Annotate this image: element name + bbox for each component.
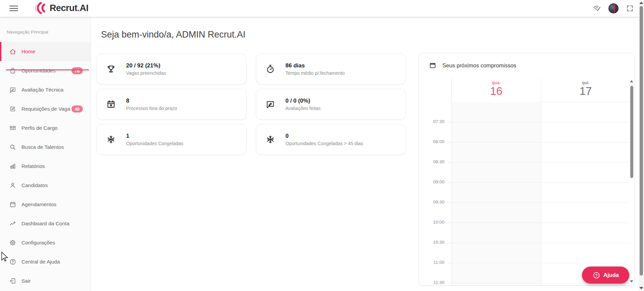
time-label: 10:30 (419, 240, 444, 245)
sidebar-item-candidatos[interactable]: Candidatos (0, 176, 91, 195)
page-scrollbar-thumb[interactable] (640, 6, 643, 276)
stat-card: 1Oportunidades Congeladas (97, 124, 247, 155)
time-label: 11:00 (419, 260, 444, 265)
grid-tick (448, 122, 451, 122)
scroll-up-icon[interactable] (639, 2, 643, 4)
top-bar: Recrut.AI (0, 0, 644, 17)
network-status-icon[interactable] (593, 4, 601, 12)
rate-review-icon (9, 86, 16, 94)
calendar-column-qua-16[interactable] (452, 102, 541, 285)
search-icon (9, 143, 16, 151)
trending-icon (9, 220, 16, 227)
timer-icon (265, 64, 275, 74)
sidebar-item-oportunidades[interactable]: Oportunidades76 (0, 61, 91, 80)
stat-card: 20 / 92 (21%)Vagas preenchidas (97, 54, 247, 84)
stat-card-label: Vagas preenchidas (126, 70, 166, 76)
sidebar-item-label: Sair (21, 278, 31, 284)
grid-line (451, 122, 630, 122)
grid-tick (448, 243, 451, 243)
calendar-title: Seus próximos compromissos (442, 62, 516, 69)
grid-tick (448, 263, 451, 263)
scroll-down-icon[interactable] (630, 280, 633, 283)
sidebar-divider (6, 69, 89, 70)
page-scrollbar[interactable] (639, 0, 644, 291)
stat-card: 86 diasTempo médio p/ fechamento (256, 54, 406, 84)
logout-icon (9, 277, 16, 285)
sidebar-item-label: Configurações (21, 240, 55, 246)
calendar-busy-icon (106, 99, 116, 109)
stat-card-label: Tempo médio p/ fechamento (285, 70, 345, 76)
home-icon (9, 48, 16, 55)
hamburger-menu-icon[interactable] (9, 5, 18, 12)
sidebar-item-central-de-ajuda[interactable]: Central de Ajuda (0, 252, 91, 271)
sidebar-item-label: Oportunidades (21, 68, 56, 74)
sidebar-item-configuracoes[interactable]: Configurações (0, 233, 91, 252)
sidebar-item-home[interactable]: Home (0, 42, 91, 61)
svg-text:?: ? (595, 273, 598, 277)
stat-card-value: 8 (126, 98, 177, 104)
help-button-label: Ajuda (603, 272, 619, 278)
sidebar-item-label: Busca de Talentos (21, 144, 64, 150)
topbar-actions (593, 0, 634, 17)
sidebar-item-label: Dashboard da Conta (21, 221, 69, 227)
fullscreen-icon[interactable] (626, 4, 634, 12)
grid-tick (448, 182, 451, 183)
grid-tick (448, 202, 451, 203)
sidebar-item-requisicoes-de-vagas[interactable]: Requisições de Vagas40 (0, 99, 91, 118)
time-label: 08:30 (419, 159, 444, 164)
count-badge: 76 (71, 67, 83, 74)
sidebar-item-agendamentos[interactable]: Agendamentos (0, 195, 91, 214)
sidebar-item-perfis-de-cargo[interactable]: Perfis de Cargo (0, 118, 91, 137)
sidebar-item-dashboard-da-conta[interactable]: Dashboard da Conta (0, 214, 91, 233)
grid-tick (448, 283, 451, 283)
time-label: 07:30 (419, 119, 444, 124)
stat-card: 0Oportunidades Congeladas > 45 dias (256, 124, 406, 155)
stat-card-value: 0 / 0 (0%) (285, 98, 321, 104)
stat-card-text: 0Oportunidades Congeladas > 45 dias (285, 133, 363, 146)
stat-card-value: 20 / 92 (21%) (126, 62, 166, 69)
time-label: 10:00 (419, 220, 444, 225)
sidebar-item-label: Avaliação Técnica (21, 87, 63, 93)
brand-name: Recrut.AI (50, 3, 89, 13)
user-avatar[interactable] (608, 3, 619, 13)
calendar-scrollbar[interactable] (630, 79, 634, 283)
appointments-calendar: Seus próximos compromissos qua.16qui.17 … (419, 53, 635, 286)
sidebar-item-relatorios[interactable]: Relatórios (0, 157, 91, 176)
help-button[interactable]: ? Ajuda (582, 267, 629, 284)
page-title: Seja bem-vindo/a, ADMIN Recrut.AI (101, 30, 246, 40)
brand-logo-icon (33, 1, 48, 15)
snowflake-icon (265, 134, 275, 144)
stat-card-label: Oportunidades Congeladas > 45 dias (285, 141, 363, 146)
sidebar-item-label: Home (21, 49, 35, 55)
grid-line (451, 202, 630, 203)
stat-card-text: 1Oportunidades Congeladas (126, 133, 183, 146)
sidebar-nav: HomeOportunidades76Avaliação TécnicaRequ… (0, 42, 91, 290)
sidebar-item-label: Agendamentos (21, 201, 56, 208)
stat-card-label: Oportunidades Congeladas (126, 141, 183, 146)
day-abbr: qui. (541, 80, 630, 85)
sidebar-item-label: Central de Ajuda (21, 259, 60, 265)
sidebar-item-avaliacao-tecnica[interactable]: Avaliação Técnica (0, 80, 91, 99)
grid-line (451, 182, 630, 183)
grid-tick (448, 162, 451, 163)
grid-line (451, 223, 630, 223)
stat-card-text: 20 / 92 (21%)Vagas preenchidas (126, 62, 166, 76)
gear-icon (9, 239, 16, 246)
calendar-grid: 07:3008:0008:3009:0009:3010:0010:3011:00… (419, 102, 630, 285)
book-icon (9, 124, 16, 132)
sidebar-item-busca-de-talentos[interactable]: Busca de Talentos (0, 137, 91, 157)
scroll-up-icon[interactable] (630, 80, 633, 82)
sidebar-item-sair[interactable]: Sair (0, 271, 91, 290)
grid-tick (448, 142, 451, 142)
calendar-scrollbar-thumb[interactable] (630, 86, 633, 178)
time-label: 09:00 (419, 179, 444, 184)
stat-card-text: 8Processos fora do prazo (126, 98, 177, 111)
edit-square-icon (9, 105, 16, 113)
stat-card-label: Processos fora do prazo (126, 106, 177, 111)
scroll-down-icon[interactable] (639, 287, 643, 289)
time-label: 11:30 (419, 280, 444, 285)
bar-chart-icon (9, 163, 16, 170)
stat-card-value: 1 (126, 133, 183, 139)
sidebar-item-label: Candidatos (21, 182, 48, 188)
calendar-column-qui-17[interactable] (541, 102, 630, 285)
